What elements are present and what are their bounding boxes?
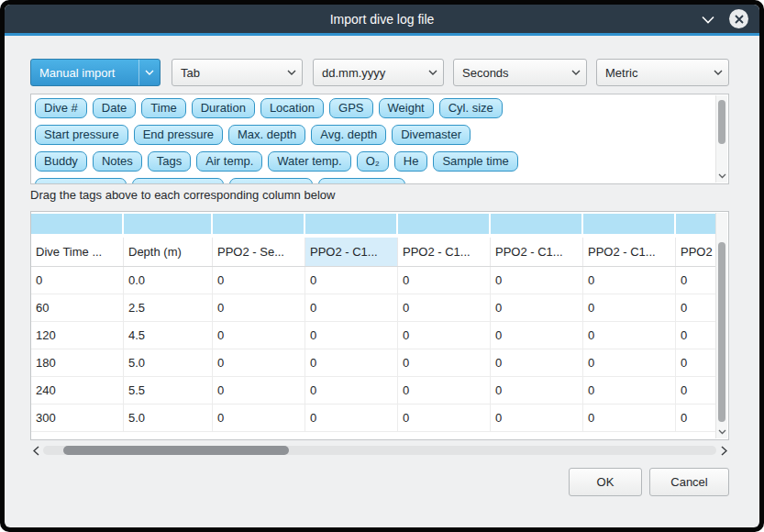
table-cell: 5.5: [124, 377, 213, 404]
table-row: 0 0.0 0 0 0 0 0 0: [31, 267, 716, 294]
column-header: PPO2 - Se...: [213, 238, 305, 266]
tag-air-temp[interactable]: Air temp.: [196, 151, 262, 172]
tag-pool: Dive # Date Time Duration Location GPS W…: [30, 94, 729, 184]
tag-sample-time[interactable]: Sample time: [433, 151, 517, 172]
column-drop-target[interactable]: [676, 214, 716, 234]
tag-sample-temp[interactable]: Sample temp.: [132, 178, 224, 184]
tag-pool-scrollbar[interactable]: [715, 95, 727, 183]
import-mode-combobox[interactable]: Manual import: [30, 59, 161, 86]
tag-sample-depth[interactable]: Sample depth: [35, 178, 127, 184]
rollup-chevron-icon[interactable]: [702, 11, 714, 28]
table-cell: 240: [31, 377, 124, 404]
tag-dive-number[interactable]: Dive #: [35, 98, 87, 118]
tag-sample-cns[interactable]: Sample CNS: [318, 178, 405, 184]
table-horizontal-scrollbar[interactable]: [30, 443, 729, 458]
scroll-down-icon[interactable]: [716, 171, 727, 182]
table-cell: 5.0: [124, 349, 213, 376]
tag-he[interactable]: He: [394, 151, 428, 172]
ok-button-label: OK: [597, 475, 615, 489]
column-header-highlighted: PPO2 - C1...: [305, 238, 398, 266]
import-dive-log-dialog: Import dive log file Manual import Tab: [5, 5, 759, 527]
horizontal-scrollbar-thumb[interactable]: [63, 446, 289, 455]
tag-duration[interactable]: Duration: [192, 98, 255, 118]
tag-sample-po2[interactable]: Sample pO₂: [229, 178, 312, 184]
tag-location[interactable]: Location: [260, 98, 324, 118]
column-header: PPO2: [676, 238, 716, 266]
table-cell: 0: [213, 294, 305, 321]
tag-notes[interactable]: Notes: [93, 151, 142, 172]
table-cell: 0: [676, 377, 716, 404]
tag-end-pressure[interactable]: End pressure: [134, 125, 223, 145]
column-drop-target[interactable]: [491, 214, 583, 234]
table-cell: 180: [31, 349, 124, 376]
table-vertical-scrollbar[interactable]: [715, 213, 727, 438]
table-cell: 0: [583, 294, 676, 321]
close-button[interactable]: [729, 9, 748, 28]
tag-o2[interactable]: O₂: [357, 151, 389, 172]
table-cell: 0: [305, 267, 398, 294]
instruction-label: Drag the tags above to each correspondin…: [30, 188, 335, 202]
table-cell: 0: [491, 267, 583, 294]
table-cell: 0: [213, 267, 305, 294]
table-cell: 0: [31, 267, 124, 294]
table-body: 0 0.0 0 0 0 0 0 0 60 2.5 0 0 0 0 0: [31, 267, 716, 432]
table-row: 240 5.5 0 0 0 0 0 0: [31, 377, 716, 405]
scroll-left-icon[interactable]: [30, 443, 41, 458]
units-combobox[interactable]: Metric: [596, 59, 729, 86]
column-drop-target[interactable]: [213, 214, 305, 234]
table-row: 180 5.0 0 0 0 0 0 0: [31, 349, 716, 377]
tag-divemaster[interactable]: Divemaster: [392, 125, 471, 145]
field-separator-combobox[interactable]: Tab: [172, 59, 303, 86]
table-row: 300 5.0 0 0 0 0 0 0: [31, 405, 716, 432]
units-value: Metric: [597, 66, 708, 80]
table-cell: 60: [31, 294, 124, 321]
tag-row: Start pressure End pressure Max. depth A…: [35, 125, 471, 145]
cancel-button[interactable]: Cancel: [649, 468, 729, 496]
column-drop-target[interactable]: [124, 214, 213, 234]
titlebar[interactable]: Import dive log file: [5, 5, 759, 33]
ok-button[interactable]: OK: [569, 468, 642, 496]
date-format-combobox[interactable]: dd.mm.yyyy: [313, 59, 444, 86]
chevron-down-icon: [708, 60, 728, 85]
table-cell: 2.5: [124, 294, 213, 321]
column-header: PPO2 - C1...: [398, 238, 491, 266]
table-cell: 4.5: [124, 322, 213, 349]
column-header: Dive Time ...: [31, 238, 124, 266]
table-row: 60 2.5 0 0 0 0 0 0: [31, 294, 716, 322]
table-cell: 0: [583, 322, 676, 349]
column-header: PPO2 - C1...: [583, 238, 676, 266]
tag-time[interactable]: Time: [141, 98, 185, 118]
tag-cyl-size[interactable]: Cyl. size: [439, 98, 503, 118]
tag-water-temp[interactable]: Water temp.: [268, 151, 350, 172]
chevron-down-icon: [423, 60, 443, 85]
tag-tags[interactable]: Tags: [148, 151, 191, 172]
column-drop-target[interactable]: [31, 214, 124, 234]
table-scrollbar-thumb[interactable]: [718, 242, 725, 422]
tag-weight[interactable]: Weight: [379, 98, 434, 118]
tag-start-pressure[interactable]: Start pressure: [35, 125, 128, 145]
column-drop-target[interactable]: [305, 214, 398, 234]
duration-format-combobox[interactable]: Seconds: [453, 59, 587, 86]
tag-max-depth[interactable]: Max. depth: [228, 125, 305, 145]
import-mode-value: Manual import: [31, 66, 138, 80]
scroll-right-icon[interactable]: [718, 443, 729, 458]
table-cell: 120: [31, 322, 124, 349]
tag-gps[interactable]: GPS: [329, 98, 372, 118]
column-header: PPO2 - C1...: [491, 238, 583, 266]
table-cell: 0: [213, 405, 305, 431]
tag-row-clipped: Sample depth Sample temp. Sample pO₂ Sam…: [35, 178, 405, 184]
tag-buddy[interactable]: Buddy: [35, 151, 87, 172]
column-header: Depth (m): [124, 238, 213, 266]
table-cell: 0: [213, 349, 305, 376]
table-cell: 0: [213, 322, 305, 349]
titlebar-buttons: [702, 5, 748, 33]
table-cell: 0: [398, 322, 491, 349]
column-drop-target[interactable]: [583, 214, 676, 234]
tag-date[interactable]: Date: [93, 98, 136, 118]
tag-pool-scrollbar-thumb[interactable]: [718, 100, 725, 144]
column-drop-target[interactable]: [398, 214, 491, 234]
scroll-down-icon[interactable]: [716, 427, 727, 438]
tag-avg-depth[interactable]: Avg. depth: [311, 125, 386, 145]
table-cell: 0: [676, 349, 716, 376]
table-cell: 0: [491, 377, 583, 404]
